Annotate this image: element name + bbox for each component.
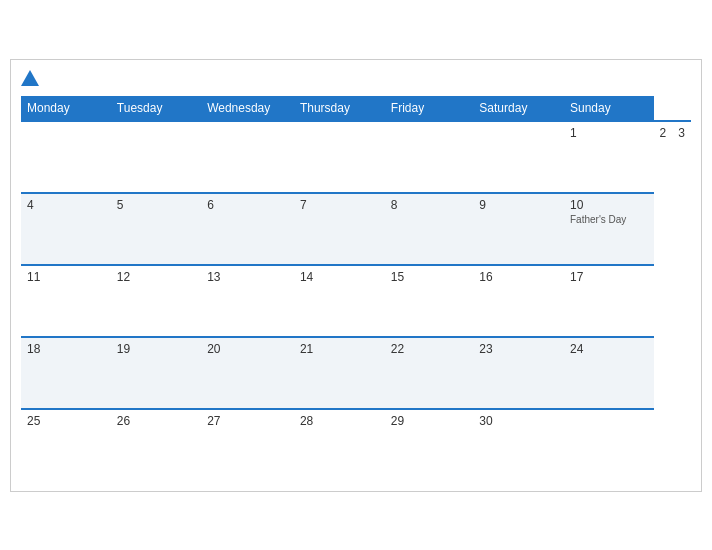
calendar-day-10: 10Father's Day xyxy=(564,193,654,265)
day-number: 16 xyxy=(479,270,558,284)
calendar-week-5: 252627282930 xyxy=(21,409,691,481)
calendar-day-19: 19 xyxy=(111,337,201,409)
weekday-header-row: MondayTuesdayWednesdayThursdayFridaySatu… xyxy=(21,96,691,121)
day-number: 12 xyxy=(117,270,195,284)
calendar-grid: MondayTuesdayWednesdayThursdayFridaySatu… xyxy=(21,96,691,481)
calendar-day-30: 30 xyxy=(473,409,564,481)
calendar-day-6: 6 xyxy=(201,193,294,265)
weekday-header-sunday: Sunday xyxy=(564,96,654,121)
calendar-day-empty xyxy=(294,121,385,193)
logo-flag-icon xyxy=(21,70,39,86)
day-number: 29 xyxy=(391,414,468,428)
weekday-header-tuesday: Tuesday xyxy=(111,96,201,121)
calendar-day-25: 25 xyxy=(21,409,111,481)
weekday-header-monday: Monday xyxy=(21,96,111,121)
day-number: 7 xyxy=(300,198,379,212)
calendar-week-2: 45678910Father's Day xyxy=(21,193,691,265)
calendar-day-9: 9 xyxy=(473,193,564,265)
day-number: 13 xyxy=(207,270,288,284)
holiday-label: Father's Day xyxy=(570,214,648,225)
day-number: 17 xyxy=(570,270,648,284)
calendar-day-18: 18 xyxy=(21,337,111,409)
calendar-header xyxy=(21,70,691,86)
calendar-day-5: 5 xyxy=(111,193,201,265)
day-number: 5 xyxy=(117,198,195,212)
calendar-container: MondayTuesdayWednesdayThursdayFridaySatu… xyxy=(10,59,702,492)
day-number: 2 xyxy=(660,126,667,140)
day-number: 22 xyxy=(391,342,468,356)
empty-cell xyxy=(21,121,111,193)
calendar-week-1: 123 xyxy=(21,121,691,193)
calendar-day-11: 11 xyxy=(21,265,111,337)
calendar-day-26: 26 xyxy=(111,409,201,481)
day-number: 27 xyxy=(207,414,288,428)
day-number: 8 xyxy=(391,198,468,212)
empty-cell xyxy=(201,121,294,193)
day-number: 4 xyxy=(27,198,105,212)
calendar-day-21: 21 xyxy=(294,337,385,409)
calendar-day-empty xyxy=(564,409,654,481)
day-number: 21 xyxy=(300,342,379,356)
day-number: 1 xyxy=(570,126,648,140)
day-number: 28 xyxy=(300,414,379,428)
day-number: 3 xyxy=(678,126,685,140)
day-number: 11 xyxy=(27,270,105,284)
calendar-day-3: 3 xyxy=(672,121,691,193)
calendar-day-22: 22 xyxy=(385,337,474,409)
calendar-day-8: 8 xyxy=(385,193,474,265)
weekday-header-friday: Friday xyxy=(385,96,474,121)
calendar-day-4: 4 xyxy=(21,193,111,265)
calendar-day-27: 27 xyxy=(201,409,294,481)
day-number: 14 xyxy=(300,270,379,284)
calendar-day-23: 23 xyxy=(473,337,564,409)
calendar-day-2: 2 xyxy=(654,121,673,193)
day-number: 6 xyxy=(207,198,288,212)
calendar-day-12: 12 xyxy=(111,265,201,337)
day-number: 26 xyxy=(117,414,195,428)
calendar-week-4: 18192021222324 xyxy=(21,337,691,409)
day-number: 18 xyxy=(27,342,105,356)
calendar-day-29: 29 xyxy=(385,409,474,481)
day-number: 9 xyxy=(479,198,558,212)
calendar-day-15: 15 xyxy=(385,265,474,337)
logo xyxy=(21,70,39,86)
weekday-header-wednesday: Wednesday xyxy=(201,96,294,121)
day-number: 10 xyxy=(570,198,648,212)
calendar-day-14: 14 xyxy=(294,265,385,337)
svg-marker-0 xyxy=(21,70,39,86)
day-number: 24 xyxy=(570,342,648,356)
day-number: 30 xyxy=(479,414,558,428)
calendar-day-7: 7 xyxy=(294,193,385,265)
day-number: 15 xyxy=(391,270,468,284)
calendar-day-1: 1 xyxy=(564,121,654,193)
calendar-day-16: 16 xyxy=(473,265,564,337)
calendar-day-13: 13 xyxy=(201,265,294,337)
day-number: 20 xyxy=(207,342,288,356)
weekday-header-thursday: Thursday xyxy=(294,96,385,121)
calendar-day-empty xyxy=(385,121,474,193)
empty-cell xyxy=(111,121,201,193)
day-number: 19 xyxy=(117,342,195,356)
calendar-day-empty xyxy=(473,121,564,193)
calendar-day-24: 24 xyxy=(564,337,654,409)
weekday-header-saturday: Saturday xyxy=(473,96,564,121)
day-number: 25 xyxy=(27,414,105,428)
calendar-day-20: 20 xyxy=(201,337,294,409)
calendar-day-17: 17 xyxy=(564,265,654,337)
day-number: 23 xyxy=(479,342,558,356)
calendar-week-3: 11121314151617 xyxy=(21,265,691,337)
calendar-day-28: 28 xyxy=(294,409,385,481)
